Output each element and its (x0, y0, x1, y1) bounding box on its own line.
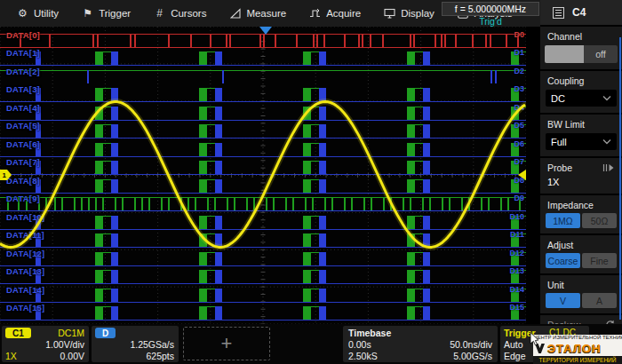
digital-channel-label[interactable]: DATA[5] (6, 121, 40, 131)
digital-channel-short-label[interactable]: D7 (501, 157, 524, 166)
digital-channel-short-label[interactable]: D2 (501, 67, 524, 75)
digital-channel-short-label[interactable]: D12 (501, 249, 524, 257)
trace-transition (275, 34, 276, 47)
trace-rise-edge (407, 51, 415, 65)
trace-glitch (222, 70, 224, 83)
digital-channel-label[interactable]: DATA[14] (6, 285, 44, 295)
digital-channel-box[interactable]: D 1.25GSa/s 625pts (92, 326, 179, 362)
channel-off-segment[interactable]: off (584, 45, 618, 63)
menu-item-label: Display (401, 8, 435, 19)
digital-channel-label[interactable]: DATA[6] (6, 139, 40, 149)
unit-option-v[interactable]: V (546, 293, 580, 308)
trigger-level-marker[interactable] (518, 170, 526, 180)
trace-fall-edge (423, 216, 430, 229)
expand-right-icon[interactable] (602, 163, 615, 172)
digital-channel-label[interactable]: DATA[0] (6, 30, 40, 40)
chevron-down-icon (602, 138, 611, 145)
trace-transition (370, 34, 371, 47)
digital-channel-short-label[interactable]: D11 (501, 230, 524, 239)
channel-toggle[interactable]: off (545, 45, 618, 63)
digital-channel-label[interactable]: DATA[9] (6, 194, 40, 203)
oscilloscope-screen: ⚙Utility⚑Trigger#CursorsMeasureAcquireDi… (0, 0, 622, 364)
trace-rise-edge (95, 143, 103, 156)
menu-item-display[interactable]: Display (372, 0, 446, 27)
impedance-option-1mohm[interactable]: 1MΩ (546, 213, 580, 228)
trace-rise-edge (95, 51, 103, 65)
digital-channel-label[interactable]: DATA[2] (6, 67, 40, 76)
trace-fall-edge (423, 88, 430, 101)
menu-item-cursors[interactable]: #Cursors (142, 0, 218, 27)
digital-channel-short-label[interactable]: D4 (501, 103, 524, 112)
trace-rise-edge (199, 252, 207, 265)
trace-transition (285, 197, 287, 210)
adjust-option-coarse[interactable]: Coarse (546, 253, 580, 268)
trace-transition (74, 197, 76, 210)
impedance-option-50ohm[interactable]: 50Ω (582, 213, 617, 228)
digital-channel-label[interactable]: DATA[3] (6, 84, 40, 94)
trace-fall-edge (319, 51, 326, 65)
trace-fall-edge (111, 306, 118, 320)
trace-low-line (0, 265, 526, 266)
digital-channel-label[interactable]: DATA[12] (6, 249, 44, 258)
probe-value[interactable]: 1X (545, 173, 618, 194)
digital-channel-short-label[interactable]: D6 (501, 139, 524, 148)
add-channel-button[interactable]: + (183, 327, 270, 360)
trace-rise-edge (95, 289, 103, 302)
trace-rise-edge (95, 306, 103, 320)
trace-low-line (0, 193, 526, 194)
trace-rise-edge (303, 216, 311, 229)
trace-transition (383, 197, 385, 210)
trace-rise-edge (303, 107, 311, 120)
trace-low-line (0, 247, 526, 248)
digital-channel-label[interactable]: DATA[10] (6, 212, 44, 222)
trace-transition (363, 197, 365, 210)
trace-fall-edge (111, 161, 118, 174)
channel-on-segment[interactable] (545, 45, 584, 63)
trace-transition (195, 197, 196, 210)
digital-channel-short-label[interactable]: D10 (501, 212, 524, 221)
timebase-box[interactable]: Timebase 0.00s 50.0ns/div 2.50kS 5.00GS/… (343, 326, 498, 362)
bw-limit-dropdown[interactable]: Full (546, 133, 617, 150)
trigger-frequency-box[interactable]: f = 5.000000MHz (442, 2, 539, 16)
digital-channel-short-label[interactable]: D14 (501, 285, 524, 294)
adjust-option-fine[interactable]: Fine (582, 253, 617, 268)
etalon-watermark: ЦЕНТР ИЗМЕРИТЕЛЬНОЙ ТЕХНИКИ ЭТАЛОН ТЕРРИ… (533, 335, 622, 364)
digital-channel-short-label[interactable]: D9 (501, 194, 524, 202)
trace-transition (168, 34, 170, 47)
trace-fall-edge (215, 270, 222, 283)
digital-channel-short-label[interactable]: D5 (501, 121, 524, 130)
menu-item-trigger[interactable]: ⚑Trigger (70, 0, 142, 27)
menu-item-utility[interactable]: ⚙Utility (5, 0, 70, 27)
unit-option-a[interactable]: A (582, 293, 617, 308)
c1-offset-marker[interactable]: 1 (0, 169, 12, 185)
trace-transition (168, 197, 170, 210)
trace-rise-edge (303, 233, 311, 247)
panel-scrollbar[interactable] (619, 37, 621, 320)
digital-channel-label[interactable]: DATA[1] (6, 48, 40, 58)
trace-low-line (0, 101, 526, 102)
trace-fall-edge (111, 88, 118, 101)
trigger-frequency: f = 5.000000MHz (455, 4, 526, 14)
digital-channel-label[interactable]: DATA[15] (6, 303, 44, 313)
trace-rise-edge (407, 306, 415, 320)
coupling-dropdown[interactable]: DC (546, 90, 617, 107)
digital-channel-short-label[interactable]: D13 (501, 266, 524, 275)
trace-glitch (495, 70, 497, 83)
digital-channel-short-label[interactable]: D1 (501, 48, 524, 57)
digital-channel-label[interactable]: DATA[13] (6, 266, 44, 276)
c1-channel-box[interactable]: C1 DC1M 1.00V/div 1X 0.00V (2, 326, 89, 362)
digital-channel-label[interactable]: DATA[4] (6, 103, 40, 113)
trace-fall-edge (319, 233, 326, 247)
timebase-samples: 2.50kS (348, 351, 378, 361)
digital-channel-label[interactable]: DATA[11] (6, 230, 44, 240)
trigger-position-marker[interactable] (259, 27, 272, 35)
adjust-section: Adjust Coarse Fine (540, 235, 622, 275)
digital-channel-short-label[interactable]: D15 (501, 303, 524, 312)
panel-header[interactable]: C4 (540, 0, 622, 27)
menu-item-measure[interactable]: Measure (218, 0, 298, 27)
digital-channel-short-label[interactable]: D3 (501, 84, 524, 93)
digital-channel-label[interactable]: DATA[7] (6, 157, 40, 167)
trace-transition (371, 197, 372, 210)
digital-channel-short-label[interactable]: D0 (501, 30, 524, 39)
menu-item-acquire[interactable]: Acquire (298, 0, 372, 27)
